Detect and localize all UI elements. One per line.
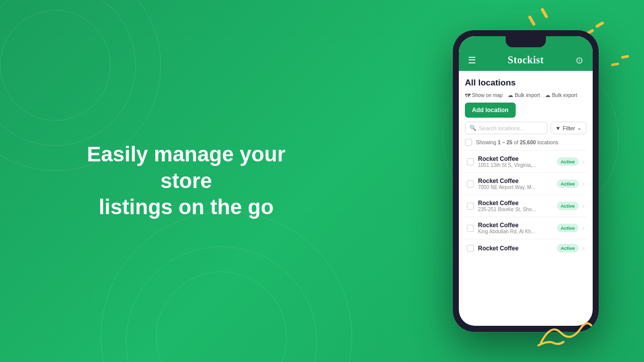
location-info-4: Rocket Coffee King Abdullah Rd, Al Kh... — [478, 222, 553, 234]
location-name-2: Rocket Coffee — [478, 177, 553, 185]
user-icon[interactable]: ⊙ — [574, 55, 586, 66]
hero-line1: Easily manage your store — [87, 142, 286, 193]
chevron-right-icon-2: › — [583, 180, 585, 188]
hamburger-icon[interactable]: ☰ — [466, 55, 478, 66]
location-list: Rocket Coffee 1001 13th St S, Virginia,.… — [465, 150, 587, 257]
hero-text: Easily manage your store listings on the… — [65, 141, 307, 221]
search-placeholder: Search locations... — [479, 125, 525, 131]
location-info-3: Rocket Coffee 235-251 Bourke St, Sho... — [478, 200, 553, 212]
location-name-4: Rocket Coffee — [478, 222, 553, 229]
location-info-2: Rocket Coffee 7000 NE Airport Way, M... — [478, 177, 553, 190]
bulk-export-label: Bulk export — [552, 93, 577, 98]
location-address-1: 1001 13th St S, Virginia,... — [478, 162, 553, 168]
phone-shell: ☰ Stockist ⊙ All locations 🗺 Show on map… — [453, 30, 599, 332]
action-links: 🗺 Show on map ☁ Bulk import ☁ Bulk expor… — [465, 92, 587, 99]
list-item[interactable]: Rocket Coffee 1001 13th St S, Virginia,.… — [465, 150, 587, 172]
list-item[interactable]: Rocket Coffee 235-251 Bourke St, Sho... … — [465, 195, 587, 217]
phone-device: ☰ Stockist ⊙ All locations 🗺 Show on map… — [453, 30, 599, 332]
page-title: All locations — [465, 78, 587, 88]
filter-button[interactable]: ▼ Filter ⌄ — [550, 122, 587, 134]
location-info-5: Rocket Coffee — [478, 245, 553, 252]
deco-dash-6 — [621, 55, 629, 59]
phone-notch — [506, 36, 546, 47]
showing-text: Showing 1 – 25 of 25,600 locations — [476, 138, 558, 146]
show-on-map-link[interactable]: 🗺 Show on map — [465, 93, 503, 99]
status-badge-5: Active — [557, 244, 579, 252]
location-address-3: 235-251 Bourke St, Sho... — [478, 207, 553, 212]
status-badge-1: Active — [557, 157, 579, 166]
chevron-right-icon-1: › — [583, 158, 585, 165]
location-info-1: Rocket Coffee 1001 13th St S, Virginia,.… — [478, 155, 553, 168]
chevron-right-icon-3: › — [583, 202, 585, 210]
list-item[interactable]: Rocket Coffee 7000 NE Airport Way, M... … — [465, 172, 587, 195]
topo-circle-3 — [0, 10, 111, 121]
search-icon: 🔍 — [469, 125, 476, 131]
item-checkbox-4[interactable] — [467, 225, 474, 232]
location-address-2: 7000 NE Airport Way, M... — [478, 185, 553, 190]
deco-dash-4 — [595, 21, 605, 28]
decorative-squiggle — [536, 318, 596, 348]
map-icon: 🗺 — [465, 93, 470, 99]
show-on-map-label: Show on map — [472, 93, 503, 98]
item-checkbox-1[interactable] — [467, 158, 474, 165]
location-name-1: Rocket Coffee — [478, 155, 553, 162]
app-logo: Stockist — [508, 54, 544, 66]
filter-chevron-icon: ⌄ — [577, 125, 582, 131]
search-filter-row: 🔍 Search locations... ▼ Filter ⌄ — [465, 122, 587, 134]
chevron-right-icon-4: › — [583, 224, 585, 232]
chevron-right-icon-5: › — [583, 244, 585, 252]
select-all-checkbox[interactable] — [465, 139, 472, 146]
location-address-4: King Abdullah Rd, Al Kh... — [478, 229, 553, 234]
item-checkbox-5[interactable] — [467, 245, 474, 252]
hero-line2: listings on the go — [99, 195, 274, 219]
bulk-import-label: Bulk import — [515, 93, 540, 98]
deco-dash-5 — [611, 62, 619, 66]
filter-label: Filter — [563, 125, 575, 131]
showing-row: Showing 1 – 25 of 25,600 locations — [465, 138, 587, 146]
list-item[interactable]: Rocket Coffee King Abdullah Rd, Al Kh...… — [465, 217, 587, 239]
deco-dash-1 — [528, 15, 536, 26]
status-badge-4: Active — [557, 224, 579, 232]
export-icon: ☁ — [545, 92, 550, 99]
import-icon: ☁ — [508, 92, 513, 99]
status-badge-3: Active — [557, 202, 579, 210]
item-checkbox-2[interactable] — [467, 180, 474, 188]
location-name-3: Rocket Coffee — [478, 200, 553, 207]
filter-icon: ▼ — [555, 125, 561, 131]
bulk-export-link[interactable]: ☁ Bulk export — [545, 92, 577, 99]
content-area: All locations 🗺 Show on map ☁ Bulk impor… — [459, 71, 593, 326]
search-box[interactable]: 🔍 Search locations... — [465, 122, 547, 134]
phone-screen: ☰ Stockist ⊙ All locations 🗺 Show on map… — [459, 36, 593, 326]
add-location-button[interactable]: Add location — [465, 103, 516, 118]
item-checkbox-3[interactable] — [467, 203, 474, 210]
location-name-5: Rocket Coffee — [478, 245, 553, 252]
status-badge-2: Active — [557, 179, 579, 188]
bulk-import-link[interactable]: ☁ Bulk import — [508, 92, 540, 99]
deco-dash-2 — [540, 8, 548, 19]
list-item[interactable]: Rocket Coffee Active › — [465, 239, 587, 257]
